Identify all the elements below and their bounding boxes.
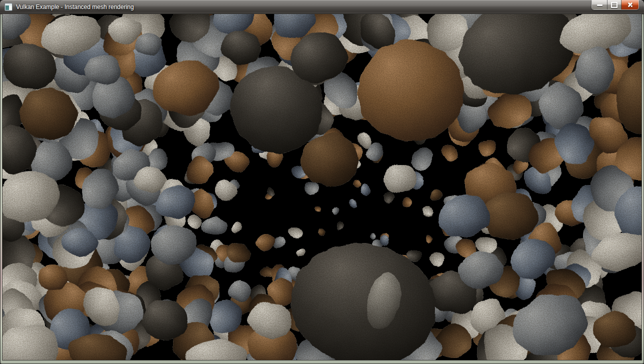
scene-svg [2,14,642,360]
titlebar[interactable]: Vulkan Example - Instanced mesh renderin… [0,0,644,14]
app-window: Vulkan Example - Instanced mesh renderin… [0,0,644,364]
minimize-button[interactable] [592,0,608,10]
app-icon-right-pane [9,6,12,10]
maximize-icon [611,2,618,8]
minimize-icon [597,4,602,6]
app-icon-left-pane [6,6,9,10]
close-icon [627,2,634,8]
window-title: Vulkan Example - Instanced mesh renderin… [16,4,134,10]
close-button[interactable] [622,0,638,10]
render-viewport[interactable] [2,14,642,360]
app-icon [4,3,12,11]
window-controls [592,0,639,10]
maximize-button[interactable] [608,0,622,10]
